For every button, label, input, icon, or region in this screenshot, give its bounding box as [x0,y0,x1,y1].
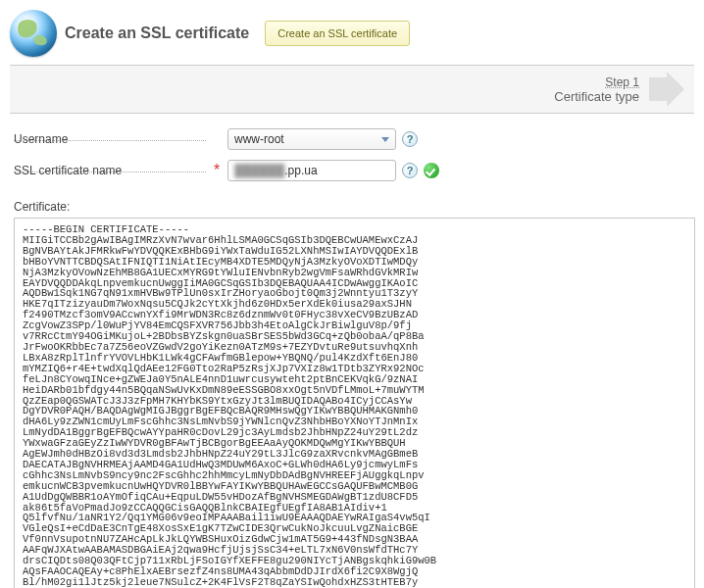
username-label: Username [14,132,206,146]
step-text: Step 1 Certificate type [554,75,639,104]
username-select-value: www-root [234,132,284,146]
username-help-icon[interactable]: ? [402,131,418,147]
page-root: Create an SSL certificate Create an SSL … [0,0,704,588]
certname-ok-icon [424,163,439,178]
row-username: Username www-root ? [14,127,694,151]
certname-blurred-part: ██████ [234,164,284,177]
create-certificate-button[interactable]: Create an SSL certificate [265,21,410,46]
caret-down-icon [381,137,389,142]
username-label-text: Username [14,132,72,146]
row-certname: SSL certificate name * ██████ .pp.ua ? [14,159,694,182]
step-subtitle: Certificate type [554,89,639,104]
certificate-form: Username www-root ? SSL certificate name… [10,114,694,194]
certificate-body: -----BEGIN CERTIFICATE----- MIIGiTCCBb2g… [23,224,686,588]
step-bar: Step 1 Certificate type [10,65,694,114]
certname-help-icon[interactable]: ? [402,163,418,178]
certname-label-text: SSL certificate name [14,164,126,177]
certname-input[interactable]: ██████ .pp.ua [227,160,396,181]
step-title-link[interactable]: Step 1 [554,75,639,89]
certificate-field-label: Certificate: [14,200,694,214]
next-step-arrow-icon [649,72,684,107]
certificate-textarea[interactable]: -----BEGIN CERTIFICATE----- MIIGiTCCBb2g… [14,218,695,588]
certname-label: SSL certificate name [14,164,206,177]
username-select[interactable]: www-root [227,128,396,150]
page-heading: Create an SSL certificate Create an SSL … [10,10,694,57]
globe-icon [10,10,57,57]
page-title: Create an SSL certificate [65,24,249,42]
certname-suffix: .pp.ua [284,164,317,177]
